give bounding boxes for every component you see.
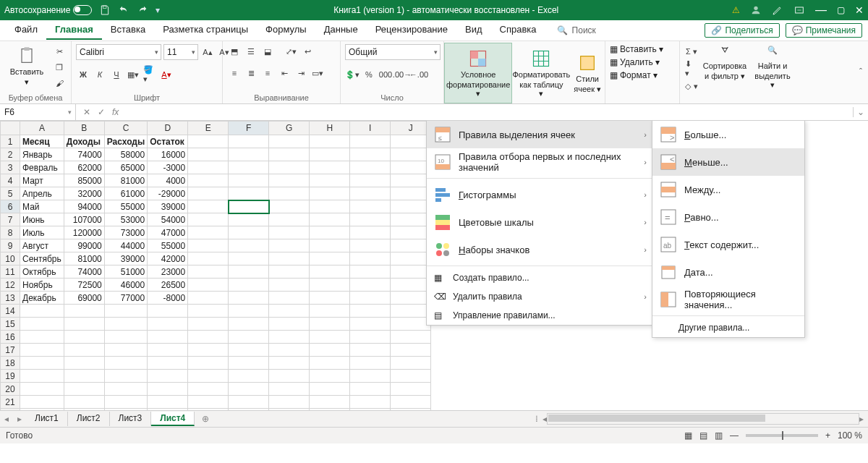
cell[interactable] — [188, 396, 229, 409]
cell[interactable] — [148, 396, 188, 409]
cell[interactable] — [64, 370, 104, 383]
cell[interactable] — [104, 409, 147, 411]
cell[interactable]: Май — [20, 200, 64, 213]
sheet-tab-Лист4[interactable]: Лист4 — [151, 412, 195, 426]
cell[interactable] — [391, 331, 431, 344]
cell[interactable] — [104, 396, 147, 409]
cell[interactable] — [229, 161, 269, 174]
cell[interactable] — [391, 226, 431, 239]
cell[interactable] — [104, 370, 147, 383]
cell[interactable] — [269, 161, 310, 174]
cell[interactable] — [310, 370, 350, 383]
sheet-tab-Лист3[interactable]: Лист3 — [110, 412, 152, 426]
cell[interactable] — [350, 239, 391, 252]
cell[interactable] — [64, 344, 104, 357]
cell[interactable] — [148, 383, 188, 396]
cell[interactable]: 73000 — [104, 226, 147, 239]
format-cells-button[interactable]: ▦ Формат ▾ — [610, 70, 658, 80]
cell[interactable] — [350, 279, 391, 292]
pen-icon[interactable] — [772, 4, 783, 16]
cell[interactable] — [310, 187, 350, 200]
redo-icon[interactable] — [137, 4, 148, 16]
cell[interactable]: 23000 — [148, 266, 188, 279]
cell[interactable] — [391, 383, 431, 396]
cell[interactable] — [391, 135, 431, 148]
cell[interactable] — [104, 331, 147, 344]
cell[interactable] — [229, 370, 269, 383]
cell[interactable] — [229, 226, 269, 239]
cell[interactable] — [391, 161, 431, 174]
inc-decimal-icon[interactable]: .00→ — [395, 67, 409, 82]
horizontal-scrollbar[interactable] — [547, 413, 859, 425]
cell[interactable]: -8000 — [148, 292, 188, 305]
paste-button[interactable]: Вставить▾ — [4, 44, 49, 88]
cell[interactable]: 54000 — [148, 213, 188, 226]
cell[interactable] — [188, 279, 229, 292]
cell[interactable] — [391, 305, 431, 318]
cell[interactable]: Июль — [20, 226, 64, 239]
cell[interactable] — [188, 331, 229, 344]
cell[interactable]: 74000 — [64, 148, 104, 161]
cell[interactable] — [188, 292, 229, 305]
cell[interactable] — [269, 135, 310, 148]
wrap-text-icon[interactable]: ↩ — [300, 44, 315, 59]
cell[interactable]: Март — [20, 174, 64, 187]
cell[interactable] — [310, 161, 350, 174]
cell[interactable] — [188, 200, 229, 213]
cell[interactable] — [188, 226, 229, 239]
cancel-formula-icon[interactable]: ✕ — [83, 107, 90, 117]
collapse-ribbon-icon[interactable]: ˆ — [854, 63, 868, 82]
cell[interactable] — [269, 344, 310, 357]
cell[interactable] — [148, 344, 188, 357]
font-size-dropdown[interactable]: 11 — [163, 44, 198, 60]
cell[interactable] — [188, 239, 229, 252]
cell[interactable] — [229, 187, 269, 200]
cell[interactable] — [350, 305, 391, 318]
cell[interactable] — [64, 305, 104, 318]
bold-button[interactable]: Ж — [76, 67, 90, 82]
cell[interactable]: Сентябрь — [20, 252, 64, 266]
minimize-button[interactable]: — — [815, 4, 827, 17]
autosum-icon[interactable]: Σ ▾ — [684, 44, 699, 59]
cell[interactable]: 61000 — [104, 187, 147, 200]
zoom-in-icon[interactable]: + — [825, 430, 830, 441]
cell[interactable]: Месяц — [20, 135, 64, 148]
cell[interactable] — [229, 200, 269, 213]
cell[interactable] — [269, 318, 310, 331]
cell[interactable] — [148, 370, 188, 383]
cell[interactable] — [269, 200, 310, 213]
conditional-formatting-button[interactable]: Условное форматирование ▾ — [444, 43, 512, 103]
cell[interactable] — [229, 135, 269, 148]
cell[interactable] — [188, 318, 229, 331]
cell[interactable]: Апрель — [20, 187, 64, 200]
qat-more-icon[interactable]: ▾ — [156, 5, 160, 15]
cell[interactable] — [391, 187, 431, 200]
cell[interactable] — [350, 370, 391, 383]
cell[interactable] — [350, 266, 391, 279]
cell[interactable] — [64, 331, 104, 344]
sheet-tab-Лист1[interactable]: Лист1 — [26, 412, 68, 426]
menu-Справка[interactable]: Справка — [491, 21, 545, 40]
cell[interactable]: 85000 — [64, 174, 104, 187]
cell[interactable]: 120000 — [64, 226, 104, 239]
cell[interactable] — [269, 279, 310, 292]
cell[interactable] — [350, 318, 391, 331]
cell[interactable]: Ноябрь — [20, 279, 64, 292]
share-button[interactable]: 🔗 Поделиться — [705, 23, 779, 38]
cell[interactable]: 72500 — [64, 279, 104, 292]
cell[interactable] — [188, 305, 229, 318]
cell[interactable] — [269, 252, 310, 266]
cell[interactable]: 39000 — [104, 252, 147, 266]
cell[interactable] — [104, 383, 147, 396]
copy-icon[interactable]: ❐ — [52, 60, 67, 75]
cell[interactable]: Доходы — [64, 135, 104, 148]
orientation-icon[interactable]: ⤢▾ — [284, 44, 298, 59]
cell[interactable]: 55000 — [148, 239, 188, 252]
cell[interactable] — [104, 344, 147, 357]
cell[interactable] — [269, 409, 310, 411]
cell[interactable] — [229, 239, 269, 252]
cell[interactable]: 55000 — [104, 200, 147, 213]
cell[interactable]: 44000 — [104, 239, 147, 252]
menu-Файл[interactable]: Файл — [6, 21, 46, 40]
cell[interactable]: 107000 — [64, 213, 104, 226]
